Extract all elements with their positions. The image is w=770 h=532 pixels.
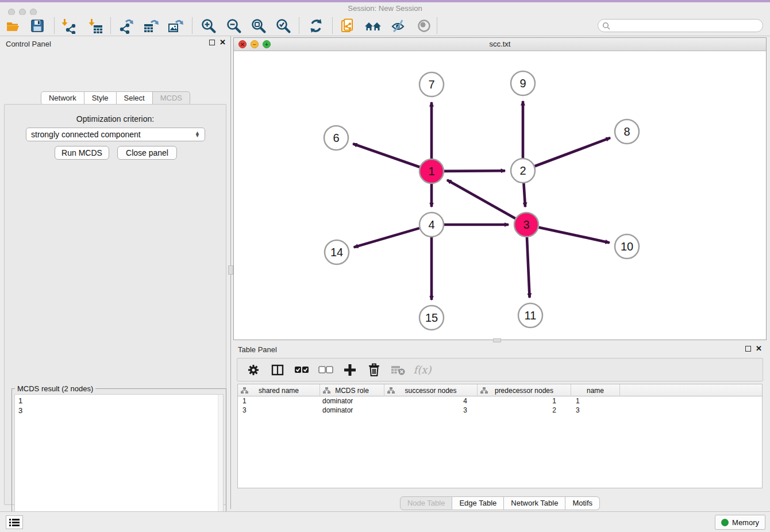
tab-network-table[interactable]: Network Table xyxy=(504,496,565,510)
column-header-predecessor-nodes[interactable]: predecessor nodes xyxy=(478,384,571,396)
close-view-icon[interactable]: ✕ xyxy=(238,40,247,48)
table-cell[interactable]: dominator xyxy=(320,406,384,415)
column-header-name[interactable]: name xyxy=(571,384,620,396)
graph-node-7[interactable]: 7 xyxy=(419,72,444,97)
graph-node-2[interactable]: 2 xyxy=(511,159,535,183)
table-cell[interactable]: dominator xyxy=(320,396,384,406)
edge-3-10[interactable] xyxy=(538,228,609,243)
mcds-result-text: 1 3 xyxy=(18,396,22,415)
close-panel-icon[interactable]: ✕ xyxy=(220,40,226,45)
horizontal-splitter-handle[interactable] xyxy=(493,338,501,342)
edge-2-3[interactable] xyxy=(523,183,525,207)
export-image-icon[interactable] xyxy=(166,16,186,36)
float-table-panel-icon[interactable] xyxy=(745,346,751,352)
network-window-titlebar[interactable]: ✕ − + scc.txt xyxy=(234,38,766,51)
run-mcds-button[interactable]: Run MCDS xyxy=(55,146,109,160)
column-header-successor-nodes[interactable]: successor nodes xyxy=(384,384,478,396)
table-cell[interactable]: 3 xyxy=(571,406,620,415)
open-file-icon[interactable] xyxy=(3,16,23,36)
vertical-splitter-handle[interactable] xyxy=(228,265,233,275)
show-all-icon[interactable] xyxy=(414,16,434,36)
destroy-table-icon[interactable] xyxy=(390,362,406,378)
table-cell[interactable]: 2 xyxy=(478,406,571,415)
search-input[interactable] xyxy=(610,22,763,30)
select-all-icon[interactable] xyxy=(294,362,310,378)
import-table-icon[interactable] xyxy=(86,16,105,36)
graph-node-4[interactable]: 4 xyxy=(419,213,444,237)
network-canvas[interactable]: 7968124314101511 xyxy=(234,51,766,340)
table-row[interactable]: 3dominator323 xyxy=(238,406,762,415)
graph-node-11[interactable]: 11 xyxy=(518,303,542,327)
zoom-selected-icon[interactable] xyxy=(274,16,293,36)
tab-motifs[interactable]: Motifs xyxy=(565,496,600,510)
add-column-icon[interactable] xyxy=(342,362,358,378)
apply-layout-icon[interactable] xyxy=(306,16,326,36)
graph-node-10[interactable]: 10 xyxy=(615,234,639,259)
tab-style[interactable]: Style xyxy=(84,91,117,105)
graph-node-15[interactable]: 15 xyxy=(419,306,444,330)
clone-network-icon[interactable] xyxy=(338,16,358,36)
maximize-view-icon[interactable]: + xyxy=(263,40,271,48)
edge-4-14[interactable] xyxy=(354,228,419,247)
column-header-MCDS-role[interactable]: MCDS role xyxy=(320,384,384,396)
table-row[interactable]: 1dominator411 xyxy=(238,396,762,406)
toolbar-separator xyxy=(54,17,55,34)
float-panel-icon[interactable] xyxy=(209,40,215,45)
mcds-panel: Optimization criterion: strongly connect… xyxy=(4,104,226,505)
edge-1-6[interactable] xyxy=(353,144,419,167)
zoom-fit-icon[interactable] xyxy=(249,16,268,36)
table-cell[interactable]: 3 xyxy=(384,406,478,415)
column-header-shared-name[interactable]: shared name xyxy=(238,384,320,396)
toggle-panel-icon[interactable] xyxy=(270,362,286,378)
memory-label: Memory xyxy=(732,518,759,527)
table-settings-icon[interactable] xyxy=(245,362,261,378)
first-neighbors-icon[interactable] xyxy=(363,16,383,36)
table-cell[interactable]: 3 xyxy=(238,406,320,415)
zoom-in-icon[interactable] xyxy=(199,16,218,36)
memory-button[interactable]: Memory xyxy=(715,515,765,530)
tab-node-table[interactable]: Node Table xyxy=(400,496,453,510)
svg-text:1: 1 xyxy=(428,165,434,178)
zoom-out-icon[interactable] xyxy=(224,16,244,36)
table-body: 1dominator4113dominator323 xyxy=(238,396,762,415)
delete-column-icon[interactable] xyxy=(366,362,382,378)
edge-3-1[interactable] xyxy=(447,180,515,218)
save-session-icon[interactable] xyxy=(28,16,47,36)
minimize-view-icon[interactable]: − xyxy=(251,40,259,48)
import-network-icon[interactable] xyxy=(59,16,78,36)
export-table-icon[interactable] xyxy=(141,16,161,36)
graph-node-6[interactable]: 6 xyxy=(324,126,348,150)
edge-1-2[interactable] xyxy=(444,171,505,171)
graph-node-8[interactable]: 8 xyxy=(615,119,639,144)
network-title: scc.txt xyxy=(234,38,766,51)
svg-text:8: 8 xyxy=(623,125,630,138)
optimization-criterion-label: Optimization criterion: xyxy=(5,114,226,124)
edge-3-11[interactable] xyxy=(527,237,530,298)
export-network-icon[interactable] xyxy=(116,16,136,36)
tab-mcds[interactable]: MCDS xyxy=(153,91,190,105)
table-cell[interactable]: 4 xyxy=(384,396,478,406)
graph-node-3[interactable]: 3 xyxy=(514,213,538,237)
edge-2-8[interactable] xyxy=(535,138,610,166)
svg-text:2: 2 xyxy=(519,164,526,177)
graph-node-1[interactable]: 1 xyxy=(419,159,444,183)
tab-edge-table[interactable]: Edge Table xyxy=(452,496,504,510)
memory-status-icon xyxy=(721,519,729,526)
graph-node-9[interactable]: 9 xyxy=(511,71,535,95)
task-history-button[interactable] xyxy=(6,515,23,529)
close-table-panel-icon[interactable]: ✕ xyxy=(756,346,762,352)
table-cell[interactable]: 1 xyxy=(238,396,320,406)
criterion-select[interactable]: strongly connected component ▲▼ xyxy=(26,128,205,141)
table-cell[interactable]: 1 xyxy=(478,396,571,406)
search-input-wrapper[interactable] xyxy=(598,19,763,32)
table-tabs: Node TableEdge TableNetwork TableMotifs xyxy=(233,496,767,510)
tab-network[interactable]: Network xyxy=(41,91,84,105)
graph-node-14[interactable]: 14 xyxy=(325,240,349,264)
network-graph: 7968124314101511 xyxy=(234,51,766,340)
deselect-all-icon[interactable] xyxy=(318,362,334,378)
hide-selected-icon[interactable] xyxy=(388,16,408,36)
tab-select[interactable]: Select xyxy=(117,91,153,105)
close-panel-button[interactable]: Close panel xyxy=(117,146,177,160)
table-cell[interactable]: 1 xyxy=(571,396,620,406)
svg-text:3: 3 xyxy=(523,218,529,231)
